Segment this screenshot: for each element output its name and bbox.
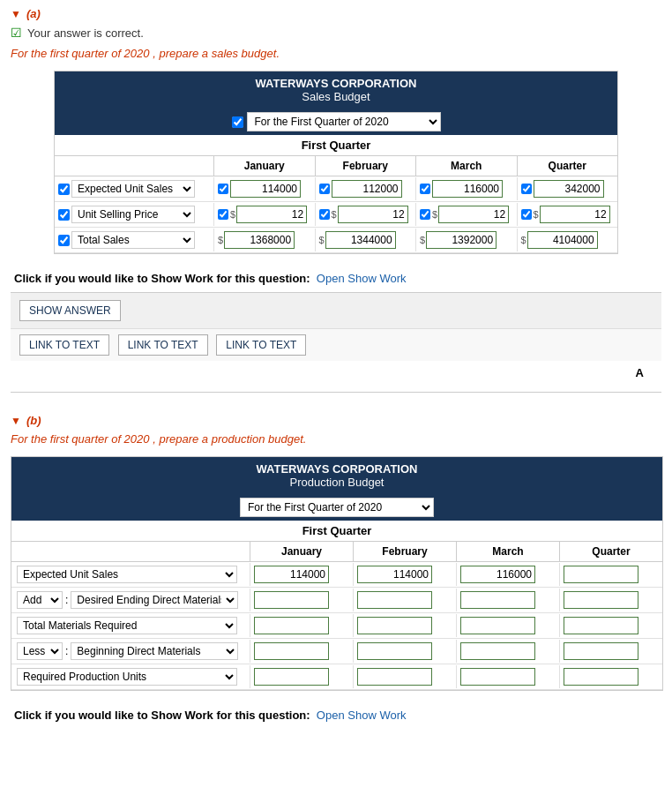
val-total-feb[interactable] [325, 231, 396, 249]
intro-b-prefix: For the [11, 432, 47, 446]
val-price-feb[interactable] [338, 206, 408, 223]
prod-budget-header: WATERWAYS CORPORATION Production Budget [11, 457, 662, 494]
check-price-mar[interactable] [420, 209, 430, 220]
open-show-work-b[interactable]: Open Show Work [317, 709, 407, 722]
prod-val-req-feb[interactable] [357, 668, 432, 686]
val-price-jan[interactable] [236, 206, 307, 223]
label-total[interactable]: Total Sales [71, 231, 195, 249]
collapse-triangle-b[interactable]: ▼ [11, 415, 21, 427]
link-to-text-2[interactable]: LINK TO TEXT [118, 334, 208, 356]
prod-val-begin-jan[interactable] [254, 642, 329, 660]
dollar-total-jan: $ [218, 235, 223, 245]
prod-val-req-jan[interactable] [254, 668, 329, 686]
val-price-qtr[interactable] [540, 206, 610, 223]
show-answer-btn[interactable]: SHOW ANSWER [19, 300, 121, 321]
section-b-header: ▼ (b) [11, 414, 661, 427]
prod-val-desired-qtr[interactable] [564, 591, 638, 609]
sales-budget-header: WATERWAYS CORPORATION Sales Budget [55, 71, 617, 109]
prod-add-less-desired[interactable]: Add Less [17, 591, 63, 609]
prod-label-beginning[interactable]: Beginning Direct Materials [71, 642, 238, 660]
val-exp-jan[interactable] [230, 180, 301, 198]
col-mar-a: March [415, 156, 517, 176]
prod-col-jan: January [250, 542, 353, 561]
link-bar-a: LINK TO TEXT LINK TO TEXT LINK TO TEXT [11, 328, 661, 361]
link-to-text-3[interactable]: LINK TO TEXT [216, 334, 306, 356]
check-expected[interactable] [58, 184, 70, 195]
corp-name-a: WATERWAYS CORPORATION [58, 77, 614, 90]
period-select-a[interactable]: For the First Quarter of 2020 [247, 112, 441, 131]
prod-label-expected[interactable]: Expected Unit Sales [17, 566, 237, 583]
prod-val-begin-qtr[interactable] [564, 642, 638, 660]
check-total[interactable] [58, 235, 70, 246]
open-show-work-a[interactable]: Open Show Work [317, 272, 407, 285]
val-total-jan[interactable] [224, 231, 295, 249]
val-total-mar[interactable] [426, 231, 497, 249]
period-checkbox-a[interactable] [232, 116, 243, 128]
check-price-feb[interactable] [319, 209, 330, 220]
val-total-qtr[interactable] [527, 231, 598, 249]
dollar-price-mar: $ [432, 209, 437, 220]
dollar-total-qtr: $ [521, 235, 526, 245]
dollar-total-mar: $ [420, 235, 425, 245]
prod-val-desired-mar[interactable] [460, 591, 535, 609]
section-a-header: ▼ (a) [11, 7, 661, 20]
col-feb-a: February [315, 156, 416, 176]
check-exp-jan[interactable] [218, 184, 228, 194]
check-price-jan[interactable] [218, 209, 228, 220]
section-a: ▼ (a) ☑ Your answer is correct. For the … [0, 0, 672, 407]
prod-col-mar: March [456, 542, 559, 561]
col-empty-a [55, 156, 213, 176]
label-price[interactable]: Unit Selling Price [71, 206, 195, 223]
link-to-text-1[interactable]: LINK TO TEXT [19, 334, 109, 356]
prod-val-req-qtr[interactable] [564, 668, 638, 686]
prod-val-exp-qtr[interactable] [564, 566, 638, 583]
val-price-mar[interactable] [438, 206, 509, 223]
prod-val-total-qtr[interactable] [564, 617, 638, 634]
prod-add-less-beginning[interactable]: Less Add [17, 642, 63, 660]
sales-budget-table: WATERWAYS CORPORATION Sales Budget For t… [54, 71, 618, 254]
intro-a: For the first quarter of 2020 , prepare … [11, 47, 661, 60]
prod-val-desired-feb[interactable] [357, 591, 432, 609]
check-exp-qtr[interactable] [521, 184, 532, 194]
colon-desired: : [65, 594, 68, 606]
row-total-sales: Total Sales $ $ $ $ [55, 228, 617, 253]
prod-label-desired[interactable]: Desired Ending Direct Materials [71, 591, 238, 609]
dollar-price-qtr: $ [534, 209, 539, 220]
check-price-qtr[interactable] [521, 209, 532, 220]
check-price[interactable] [58, 209, 70, 221]
prod-val-total-feb[interactable] [357, 617, 432, 634]
quarter-label-a: First Quarter [55, 135, 617, 156]
col-jan-a: January [213, 156, 315, 176]
prod-val-req-mar[interactable] [460, 668, 535, 686]
prod-label-required[interactable]: Required Production Units [17, 668, 237, 686]
row-unit-price: Unit Selling Price $ $ $ $ [55, 202, 617, 228]
prod-sub-labels: January February March Quarter [11, 542, 662, 562]
check-exp-feb[interactable] [319, 184, 330, 194]
prod-val-begin-mar[interactable] [460, 642, 535, 660]
check-exp-mar[interactable] [420, 184, 430, 194]
val-exp-mar[interactable] [432, 180, 503, 198]
prod-val-exp-mar[interactable] [460, 566, 535, 583]
section-divider [11, 392, 661, 393]
prod-val-exp-feb[interactable] [357, 566, 432, 583]
dollar-price-feb: $ [332, 209, 337, 220]
val-exp-feb[interactable] [332, 180, 402, 198]
val-exp-qtr[interactable] [534, 180, 604, 198]
prod-val-exp-jan[interactable] [254, 566, 329, 583]
prod-val-total-mar[interactable] [460, 617, 535, 634]
prod-val-begin-feb[interactable] [357, 642, 432, 660]
prod-label-total-materials[interactable]: Total Materials Required [17, 617, 237, 634]
intro-a-highlight: first quarter of 2020 [50, 47, 150, 60]
intro-a-suffix: , prepare a sales budget. [153, 47, 280, 60]
period-select-b[interactable]: For the First Quarter of 2020 [240, 498, 434, 517]
prod-val-desired-jan[interactable] [254, 591, 329, 609]
label-expected[interactable]: Expected Unit Sales [71, 180, 195, 198]
section-a-label: (a) [26, 7, 41, 20]
section-b: ▼ (b) For the first quarter of 2020 , pr… [0, 407, 672, 736]
prod-val-total-jan[interactable] [254, 617, 329, 634]
intro-b: For the first quarter of 2020 , prepare … [11, 432, 661, 446]
collapse-triangle-a[interactable]: ▼ [11, 8, 21, 20]
intro-a-prefix: For the [11, 47, 47, 60]
row-expected-unit-sales: Expected Unit Sales [55, 176, 617, 202]
show-work-b: Click if you would like to Show Work for… [11, 701, 661, 729]
